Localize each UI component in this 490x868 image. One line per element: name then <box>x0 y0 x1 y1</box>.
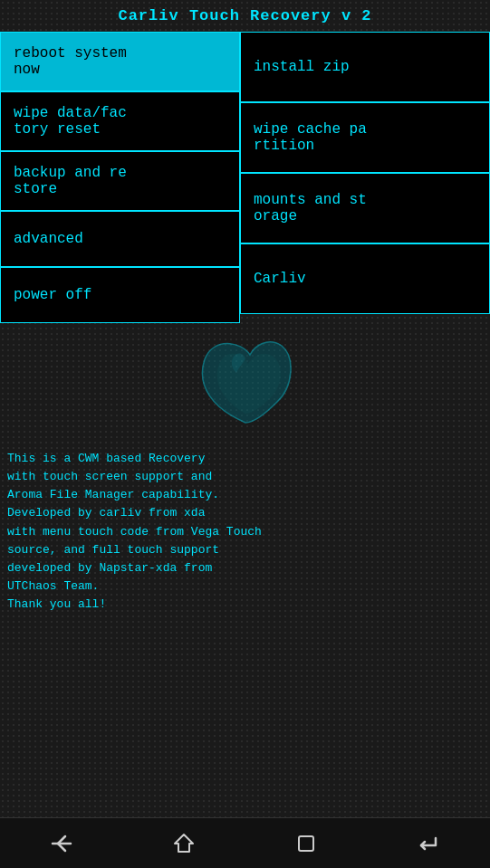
menu-item-carliv[interactable]: Carliv <box>240 243 490 314</box>
menu-item-power-off-label: power off <box>14 287 91 303</box>
menu-item-wipe-data-factory-reset[interactable]: wipe data/fac tory reset <box>0 91 240 151</box>
menu-item-advanced[interactable]: advanced <box>0 211 240 267</box>
menu-item-install-zip[interactable]: install zip <box>240 32 490 102</box>
recent-icon <box>293 831 319 856</box>
back-button[interactable] <box>34 825 89 862</box>
menu-item-mounts-label: mounts and st orage <box>254 192 367 224</box>
info-text-content: This is a CWM based Recovery with touch … <box>7 452 262 611</box>
svg-marker-1 <box>175 835 193 852</box>
menu-item-wipe-cache-partition[interactable]: wipe cache pa rtition <box>240 102 490 173</box>
menu-item-carliv-label: Carliv <box>254 271 306 287</box>
menu-item-backup-and-restore[interactable]: backup and re store <box>0 151 240 211</box>
left-column: reboot system now wipe data/fac tory res… <box>0 32 240 323</box>
home-icon <box>171 831 197 856</box>
menu-item-reboot-system-now[interactable]: reboot system now <box>0 32 240 91</box>
menu-item-power-off[interactable]: power off <box>0 267 240 323</box>
menu-item-install-zip-label: install zip <box>254 59 350 75</box>
menu-item-backup-label: backup and re store <box>14 165 127 197</box>
menu-item-mounts-and-storage[interactable]: mounts and st orage <box>240 173 490 243</box>
home-button[interactable] <box>157 825 211 862</box>
right-column: install zip wipe cache pa rtition mounts… <box>240 32 490 323</box>
app-title: Carliv Touch Recovery v 2 <box>118 7 371 24</box>
enter-button[interactable] <box>401 825 456 862</box>
menu-item-wipe-cache-label: wipe cache pa rtition <box>254 121 367 154</box>
recent-button[interactable] <box>279 825 333 862</box>
info-text: This is a CWM based Recovery with touch … <box>0 450 490 614</box>
back-icon <box>49 831 74 856</box>
menu-container: reboot system now wipe data/fac tory res… <box>0 32 490 323</box>
menu-item-wipe-data-label: wipe data/fac tory reset <box>14 105 127 138</box>
enter-icon <box>416 831 441 856</box>
svg-rect-2 <box>299 836 313 851</box>
menu-item-reboot-system-now-label: reboot system now <box>14 45 127 78</box>
logo-area <box>0 332 490 441</box>
title-bar: Carliv Touch Recovery v 2 <box>0 0 490 30</box>
menu-item-advanced-label: advanced <box>14 231 83 247</box>
logo-icon <box>187 337 304 436</box>
bottom-nav-bar <box>0 817 490 868</box>
